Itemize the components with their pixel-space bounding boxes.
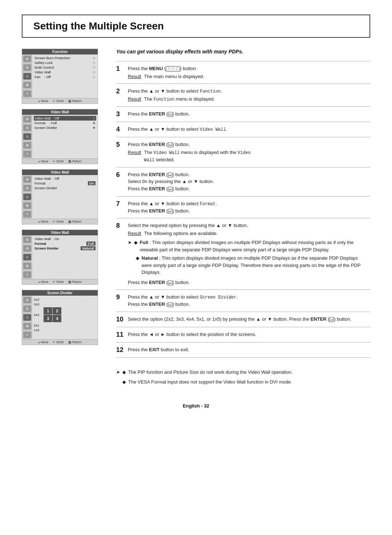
step-content-6: Press the ENTER (↵) button. Select On by…	[126, 167, 370, 196]
icon-3-5: ✦	[23, 211, 31, 218]
menu-item-vw4-divider: Screen Divider Natural	[34, 246, 96, 251]
step-num-6: 6	[116, 167, 126, 196]
icon-3: ◎	[23, 73, 31, 80]
icon-5-2: ▤	[23, 305, 31, 312]
step-row-6: 6 Press the ENTER (↵) button. Select On …	[116, 167, 370, 196]
icon-3-2: ▤	[23, 185, 31, 191]
step-row-4: 4 Press the ▲ or ▼ button to select Vide…	[116, 122, 370, 137]
function-panel-footer: ⬥ Move ↵ Enter ▦ Return	[22, 98, 98, 104]
icon-2-2: ▤	[23, 125, 31, 131]
icon-1: ◉	[23, 56, 31, 62]
icons-column: ◉ ▤ ◎ ▦ ✦	[22, 54, 32, 98]
bottom-notes: ➤ ◆ The PIP function and Picture Size do…	[116, 365, 370, 386]
right-column: You can get various display effects with…	[113, 49, 370, 389]
videowall-panel-3-title: Video Wall	[22, 170, 98, 175]
step-row-2: 2 Press the ▲ or ▼ button to select Func…	[116, 84, 370, 107]
step-num-3: 3	[116, 107, 126, 122]
icon-5-3: ◎	[23, 314, 31, 321]
page-title: Setting the Multiple Screen	[33, 20, 359, 32]
bottom-note-1: ➤ ◆ The PIP function and Picture Size do…	[116, 369, 370, 376]
videowall-panel-2: Video Wall ◉ ▤ ◎ ▦ ✦ Video Wall : Off▷	[22, 109, 98, 164]
function-items: Screen Burn Protection▷ Safety Lock▷ Mul…	[32, 54, 98, 98]
videowall-4-panel-footer: ⬥ Move ↵ Enter ▦ Return	[22, 279, 98, 284]
divider-list: 2x2 3x3 4x4 1 2 3 4	[32, 296, 98, 339]
videowall-3-panel-footer: ⬥ Move ↵ Enter ▦ Return	[22, 219, 98, 224]
icon-2-5: ✦	[23, 151, 31, 157]
page: Setting the Multiple Screen Function ◉ ▤…	[0, 0, 392, 535]
icon-2-1: ◉	[23, 116, 31, 122]
icons-column-4: ◉ ▤ ◎ ▦ ✦	[22, 235, 32, 279]
step-content-5: Press the ENTER (↵) button. Result The V…	[126, 137, 370, 167]
step-num-4: 4	[116, 122, 126, 137]
icon-3-3: ◎	[23, 194, 31, 200]
step-num-2: 2	[116, 84, 126, 107]
icons-column-5: ◉ ▤ ◎ ▦ ✦	[22, 296, 32, 339]
cell-3: 3	[44, 315, 52, 322]
menu-item-vw-divider: Screen Divider▶	[34, 125, 96, 130]
step-content-3: Press the ENTER (↵) button.	[126, 107, 370, 122]
icons-column-3: ◉ ▤ ◎ ▦ ✦	[22, 175, 32, 219]
videowall-3-items: Video Wall : Off Format : On Screen Divi…	[32, 175, 98, 219]
step-content-1: Press the MENU (⋮⋮⋮) button. Result The …	[126, 61, 370, 84]
menu-item-multi-control: Multi Control▷	[34, 65, 96, 70]
step-num-7: 7	[116, 196, 126, 218]
divider-4x4-row: 4x4 1 2 3 4	[34, 307, 61, 323]
step-row-3: 3 Press the ENTER (↵) button.	[116, 107, 370, 122]
step-row-9: 9 Press the ▲ or ▼ button to select Scre…	[116, 290, 370, 312]
icon-3-4: ▦	[23, 202, 31, 209]
menu-item-vw-format: Format : Full▶	[34, 121, 96, 125]
icon-5-1: ◉	[23, 297, 31, 303]
videowall-panel-4-title: Video Wall	[22, 230, 98, 235]
divider-2x2: 2x2	[34, 297, 61, 302]
footer-text: English - 32	[183, 403, 209, 409]
note-full: ➤ ◆ Full : This option displays divided …	[128, 239, 369, 253]
divider-grid: 1 2 3 4	[44, 307, 61, 323]
step-content-7: Press the ▲ or ▼ button to select Format…	[126, 196, 370, 218]
step-content-12: Press the EXIT button to exit.	[126, 342, 370, 357]
menu-item-vw3-videowall: Video Wall : Off	[34, 176, 96, 181]
icon-4-5: ✦	[23, 271, 31, 278]
icon-4-3: ◎	[23, 254, 31, 260]
step-num-10: 10	[116, 312, 126, 327]
step-num-8: 8	[116, 218, 126, 290]
step-row-1: 1 Press the MENU (⋮⋮⋮) button. Result Th…	[116, 61, 370, 84]
divider-3x3: 3x3	[34, 302, 61, 307]
menu-item-vw-videowall: Video Wall : Off▷	[34, 116, 96, 121]
step-row-12: 12 Press the EXIT button to exit.	[116, 342, 370, 357]
steps-table: 1 Press the MENU (⋮⋮⋮) button. Result Th…	[116, 61, 370, 358]
step-num-12: 12	[116, 342, 126, 357]
step-row-7: 7 Press the ▲ or ▼ button to select Form…	[116, 196, 370, 218]
icon-2: ▤	[23, 64, 31, 71]
videowall-2-items: Video Wall : Off▷ Format : Full▶ Screen …	[32, 115, 98, 158]
screen-divider-panel: Screen Divider ◉ ▤ ◎ ▦ ✦ 2x2 3x3	[22, 290, 98, 345]
step-content-10: Select the option (2x2, 3x3, 4x4, 5x1, o…	[126, 312, 370, 327]
menu-item-fan: Fan : Off▷	[34, 74, 96, 79]
videowall-4-items: Video Wall : On Format : Full Screen Div…	[32, 235, 98, 279]
menu-item-vw3-divider: Screen Divider	[34, 186, 96, 190]
menu-item-video-wall: Video Wall▷	[34, 70, 96, 74]
icon-4-2: ▤	[23, 245, 31, 252]
videowall-2-panel-footer: ⬥ Move ↵ Enter ▦ Return	[22, 158, 98, 164]
divider-1x5: 1x5	[34, 328, 61, 332]
icon-5-5: ✦	[23, 332, 31, 338]
function-panel-title: Function	[22, 49, 98, 54]
step-content-11: Press the ◄ or ► button to select the po…	[126, 327, 370, 342]
screen-divider-panel-title: Screen Divider	[22, 290, 98, 296]
icon-2-3: ◎	[23, 133, 31, 140]
content-row: Function ◉ ▤ ◎ ▦ ✦ Screen Burn Protectio…	[22, 49, 370, 389]
icon-2-4: ▦	[23, 142, 31, 149]
videowall-panel-4: Video Wall ◉ ▤ ◎ ▦ ✦ Video Wall : On	[22, 230, 98, 285]
screen-divider-panel-footer: ⬥ Move ↵ Enter ▦ Return	[22, 339, 98, 345]
step-num-11: 11	[116, 327, 126, 342]
cell-1: 1	[44, 307, 52, 315]
menu-item-screen-burn: Screen Burn Protection▷	[34, 56, 96, 60]
step-row-10: 10 Select the option (2x2, 3x3, 4x4, 5x1…	[116, 312, 370, 327]
videowall-panel-2-title: Video Wall	[22, 109, 98, 115]
cell-4: 4	[53, 315, 61, 322]
intro-text: You can get various display effects with…	[116, 49, 370, 54]
icons-column-2: ◉ ▤ ◎ ▦ ✦	[22, 115, 32, 158]
cell-2: 2	[53, 307, 61, 315]
icon-4: ▦	[23, 82, 31, 88]
step-content-4: Press the ▲ or ▼ button to select Video …	[126, 122, 370, 137]
icon-4-1: ◉	[23, 236, 31, 243]
